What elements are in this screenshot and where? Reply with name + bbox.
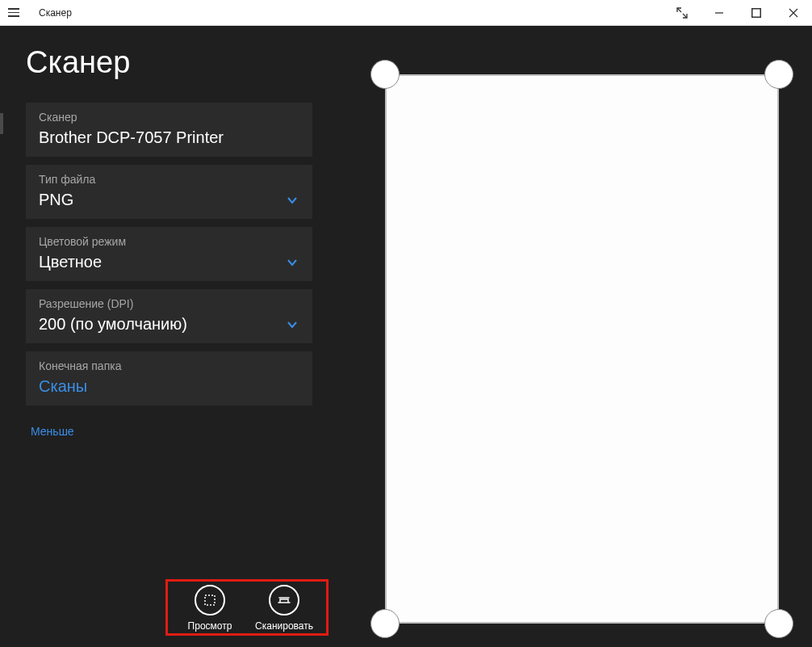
scanner-select[interactable]: Сканер Brother DCP-7057 Printer: [26, 103, 312, 157]
titlebar: Сканер: [0, 0, 812, 26]
preview-area: [338, 26, 812, 647]
preview-icon: [195, 585, 225, 615]
crop-handle-bottom-left[interactable]: [370, 609, 400, 638]
titlebar-left: Сканер: [5, 3, 72, 23]
scan-button[interactable]: Сканировать: [247, 585, 321, 632]
settings-sidebar: Сканер Сканер Brother DCP-7057 Printer Т…: [0, 26, 338, 647]
scan-label: Сканировать: [255, 620, 313, 632]
maximize-button[interactable]: [738, 0, 775, 26]
less-link[interactable]: Меньше: [31, 425, 312, 438]
scanner-label: Сканер: [39, 111, 299, 124]
crop-handle-bottom-right[interactable]: [764, 609, 793, 638]
filetype-label: Тип файла: [39, 173, 299, 186]
folder-value: Сканы: [39, 377, 299, 396]
menu-button[interactable]: [5, 3, 24, 23]
chevron-down-icon: [287, 319, 298, 330]
content: Сканер Сканер Brother DCP-7057 Printer Т…: [0, 26, 812, 647]
colormode-value: Цветное: [39, 253, 299, 271]
window-title: Сканер: [39, 7, 72, 19]
folder-label: Конечная папка: [39, 359, 299, 372]
svg-rect-2: [205, 595, 215, 605]
accent-indicator: [0, 113, 3, 134]
colormode-label: Цветовой режим: [39, 235, 299, 248]
filetype-value: PNG: [39, 191, 299, 209]
crop-handle-top-left[interactable]: [370, 60, 400, 89]
svg-rect-1: [752, 8, 761, 17]
window-controls: [663, 0, 812, 26]
colormode-select[interactable]: Цветовой режим Цветное: [26, 227, 312, 281]
page-title: Сканер: [26, 45, 312, 80]
dpi-label: Разрешение (DPI): [39, 297, 299, 310]
close-icon: [789, 8, 798, 18]
scan-page: [385, 74, 779, 624]
fullscreen-button[interactable]: [663, 0, 701, 26]
preview-label: Просмотр: [188, 620, 232, 632]
action-bar-highlight: Просмотр Сканировать: [165, 579, 329, 636]
crop-handle-top-right[interactable]: [764, 60, 793, 89]
minimize-icon: [714, 8, 724, 18]
dpi-select[interactable]: Разрешение (DPI) 200 (по умолчанию): [26, 289, 312, 343]
maximize-icon: [751, 7, 762, 19]
chevron-down-icon: [287, 195, 298, 206]
fullscreen-icon: [676, 7, 688, 19]
dpi-value: 200 (по умолчанию): [39, 315, 299, 334]
close-button[interactable]: [775, 0, 812, 26]
minimize-button[interactable]: [701, 0, 738, 26]
scan-preview: [385, 74, 779, 624]
filetype-select[interactable]: Тип файла PNG: [26, 165, 312, 219]
chevron-down-icon: [287, 257, 298, 268]
scan-icon: [269, 585, 299, 615]
preview-button[interactable]: Просмотр: [173, 585, 247, 632]
scanner-value: Brother DCP-7057 Printer: [39, 128, 299, 147]
folder-select[interactable]: Конечная папка Сканы: [26, 351, 312, 405]
